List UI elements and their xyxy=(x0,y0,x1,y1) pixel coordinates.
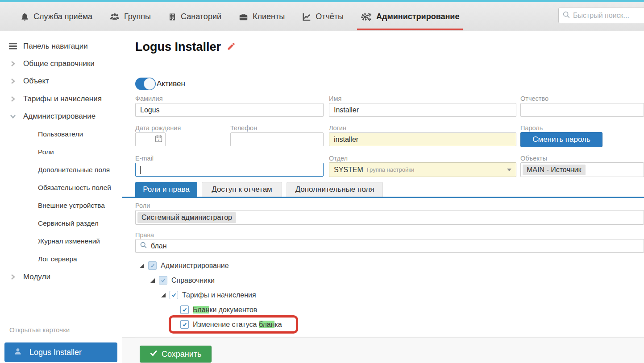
search-highlight: Блан xyxy=(193,306,209,314)
sidebar-subitem-label: Роли xyxy=(38,148,54,156)
tree-node-administration: Администрирование xyxy=(140,258,229,273)
open-card-label: Logus Installer xyxy=(29,348,82,357)
sidebar-subitem-roles[interactable]: Роли xyxy=(0,143,122,161)
objects-field[interactable]: MAIN - Источник xyxy=(520,162,644,177)
sidebar-item-label: Тарифы и начисления xyxy=(23,95,102,103)
chevron-down-icon xyxy=(9,114,17,119)
last-name-input[interactable] xyxy=(135,103,324,117)
sidebar-item-object[interactable]: Объект xyxy=(0,73,122,90)
sidebar-item-label: Общие справочники xyxy=(23,59,95,68)
sidebar-subitem-label: Лог сервера xyxy=(38,255,77,263)
quick-search-input[interactable] xyxy=(573,12,636,20)
tree-node-label: Администрирование xyxy=(161,262,229,270)
login-input[interactable] xyxy=(329,132,516,146)
sidebar-subitem-label: Внешние устройства xyxy=(38,202,105,210)
checkbox-indeterminate[interactable] xyxy=(159,276,167,285)
rights-search-box xyxy=(135,239,644,253)
sidebar-item-navigation-panel[interactable]: Панель навигации xyxy=(0,37,122,55)
tree-expander-icon[interactable] xyxy=(140,264,144,268)
phone-input[interactable] xyxy=(230,132,324,146)
tree-node-blank-status-change: Изменение статуса бланка xyxy=(180,317,282,332)
sidebar-subitem-users[interactable]: Пользователи xyxy=(0,125,122,143)
middle-name-input[interactable] xyxy=(520,103,644,117)
gears-icon xyxy=(361,12,372,22)
save-button[interactable]: Сохранить xyxy=(140,346,212,363)
tab-roles-and-rights[interactable]: Роли и права xyxy=(135,182,197,197)
sidebar-subitem-service-section[interactable]: Сервисный раздел xyxy=(0,214,122,232)
active-toggle-row: Активен xyxy=(135,78,185,90)
tree-node-label: Тарифы и начисления xyxy=(182,291,256,299)
roles-field[interactable]: Системный администратор xyxy=(135,210,644,225)
nav-item-administration[interactable]: Администрирование xyxy=(361,2,459,31)
tree-node-document-blanks: Бланки документов xyxy=(180,302,257,317)
sidebar-subitem-label: Сервисный раздел xyxy=(38,219,99,227)
bell-icon xyxy=(20,12,29,22)
building-icon xyxy=(168,12,177,22)
sidebar-subitem-change-log[interactable]: Журнал изменений xyxy=(0,232,122,250)
nav-label: Администрирование xyxy=(376,12,459,21)
sidebar-item-administration[interactable]: Администрирование xyxy=(0,108,122,125)
sidebar-subitem-required-fields[interactable]: Обязательность полей xyxy=(0,179,122,197)
sidebar-item-common-directories[interactable]: Общие справочники xyxy=(0,55,122,72)
chart-icon xyxy=(302,12,312,22)
footer-bar: Сохранить xyxy=(122,337,644,363)
roles-label: Роли xyxy=(135,202,150,209)
email-input[interactable] xyxy=(135,163,324,177)
nav-item-front-desk[interactable]: Служба приёма xyxy=(20,2,92,31)
edit-pencil-icon[interactable] xyxy=(227,40,236,54)
sidebar-item-tariffs[interactable]: Тарифы и начисления xyxy=(0,90,122,107)
active-toggle[interactable] xyxy=(135,78,156,90)
first-name-label: Имя xyxy=(329,95,516,102)
checkbox-checked[interactable] xyxy=(180,305,189,314)
role-chip: Системный администратор xyxy=(137,212,236,223)
sidebar-item-label: Модули xyxy=(23,272,50,281)
nav-item-sanatorium[interactable]: Санаторий xyxy=(168,2,221,31)
sidebar-subitem-additional-fields[interactable]: Дополнительные поля xyxy=(0,161,122,179)
department-select[interactable]: SYSTEM Группа настройки xyxy=(329,162,516,177)
chevron-right-icon xyxy=(9,78,17,84)
tree-node-label: Справочники xyxy=(171,276,215,285)
sidebar-item-modules[interactable]: Модули xyxy=(0,268,122,285)
middle-name-label: Отчество xyxy=(520,95,644,102)
save-button-label: Сохранить xyxy=(162,350,201,359)
nav-label: Группы xyxy=(124,12,151,21)
tab-additional-fields[interactable]: Дополнительные поля xyxy=(287,182,383,197)
tree-expander-icon[interactable] xyxy=(161,293,166,297)
nav-item-groups[interactable]: Группы xyxy=(109,2,151,31)
top-navigation: Служба приёма Группы Санаторий Клиенты О… xyxy=(20,2,459,31)
department-label: Отдел xyxy=(329,155,516,162)
first-name-input[interactable] xyxy=(329,103,516,117)
sidebar-item-label: Панель навигации xyxy=(23,42,88,51)
sidebar: Панель навигации Общие справочники Объек… xyxy=(0,31,122,363)
check-icon xyxy=(150,350,157,359)
rights-search-input[interactable] xyxy=(151,242,640,250)
tree-node-label-start: Изменение статуса xyxy=(193,321,259,328)
sidebar-subitem-external-devices[interactable]: Внешние устройства xyxy=(0,197,122,214)
birth-date-input[interactable]: 7 xyxy=(135,132,166,146)
chevron-right-icon xyxy=(9,61,17,67)
tree-node-label-rest: ка xyxy=(274,321,282,328)
tabs-underline xyxy=(122,197,644,198)
email-label: E-mail xyxy=(135,155,324,162)
nav-label: Санаторий xyxy=(181,12,221,21)
sidebar-subitem-label: Журнал изменений xyxy=(38,237,100,245)
svg-text:7: 7 xyxy=(158,138,160,142)
sidebar-subitem-server-log[interactable]: Лог сервера xyxy=(0,250,122,268)
nav-item-reports[interactable]: Отчёты xyxy=(302,2,344,31)
nav-item-clients[interactable]: Клиенты xyxy=(238,2,285,31)
open-card-logus-installer[interactable]: Logus Installer xyxy=(4,342,117,362)
top-bar: Служба приёма Группы Санаторий Клиенты О… xyxy=(0,0,644,31)
page-title-text: Logus Installer xyxy=(135,40,221,54)
tab-report-access[interactable]: Доступ к отчетам xyxy=(202,182,282,197)
sidebar-item-label: Администрирование xyxy=(23,112,96,121)
object-chip: MAIN - Источник xyxy=(523,165,586,175)
menu-icon xyxy=(9,43,17,50)
checkbox-checked[interactable] xyxy=(170,291,178,299)
tree-node-label: Бланки документов xyxy=(193,306,257,314)
change-password-button[interactable]: Сменить пароль xyxy=(520,132,602,147)
calendar-icon: 7 xyxy=(155,135,162,144)
checkbox-indeterminate[interactable] xyxy=(148,261,157,270)
search-icon xyxy=(562,11,570,21)
checkbox-checked[interactable] xyxy=(180,320,189,329)
tree-expander-icon[interactable] xyxy=(150,278,155,283)
